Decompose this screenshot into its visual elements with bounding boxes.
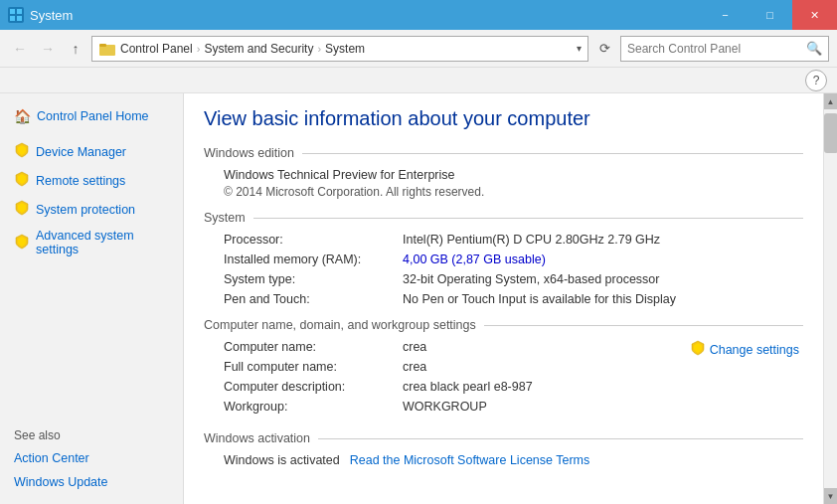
system-type-value: 32-bit Operating System, x64-based proce… [403, 272, 659, 286]
full-computer-name-label: Full computer name: [224, 360, 403, 374]
address-dropdown-btn[interactable]: ▾ [577, 43, 582, 54]
scrollbar-up-arrow[interactable]: ▲ [824, 93, 838, 109]
scrollbar-down-arrow[interactable]: ▼ [824, 488, 838, 504]
system-type-row: System type: 32-bit Operating System, x6… [224, 272, 803, 286]
computer-description-value: crea black pearl e8-987 [403, 380, 533, 394]
refresh-button[interactable]: ⟳ [592, 37, 616, 61]
shield-icon-2 [14, 171, 30, 190]
svg-rect-0 [10, 9, 15, 14]
edition-name: Windows Technical Preview for Enterprise [224, 168, 803, 182]
back-button[interactable]: ← [8, 37, 32, 61]
minimize-button[interactable]: − [703, 0, 748, 30]
computer-name-row: Computer name: crea [224, 340, 533, 354]
see-also-label: See also [0, 420, 183, 446]
window-controls: − □ ✕ [703, 0, 837, 30]
activation-row: Windows is activated Read the Microsoft … [224, 453, 803, 467]
scrollbar[interactable]: ▲ ▼ [823, 93, 837, 504]
address-bar: Control Panel › System and Security › Sy… [91, 36, 588, 62]
toolbar: ← → ↑ Control Panel › System and Securit… [0, 30, 837, 68]
windows-edition-header: Windows edition [204, 146, 302, 160]
svg-rect-3 [17, 16, 22, 21]
processor-label: Processor: [224, 233, 403, 247]
app-icon [8, 7, 24, 23]
change-settings-shield-icon [690, 340, 706, 359]
window-title: System [30, 8, 73, 23]
computer-description-row: Computer description: crea black pearl e… [224, 380, 533, 394]
pen-touch-row: Pen and Touch: No Pen or Touch Input is … [224, 292, 803, 306]
search-input[interactable] [627, 42, 806, 56]
forward-button[interactable]: → [36, 37, 60, 61]
sidebar-item-advanced-system-settings[interactable]: Advanced system settings [0, 224, 183, 261]
address-system[interactable]: System [325, 42, 365, 56]
computer-settings-section: Computer name, domain, and workgroup set… [204, 318, 803, 420]
windows-edition-section: Windows edition Windows Technical Previe… [204, 146, 803, 199]
main-container: 🏠 Control Panel Home Device Manager Remo… [0, 93, 837, 504]
home-icon: 🏠 [14, 108, 31, 124]
shield-icon-3 [14, 200, 30, 219]
ram-value: 4,00 GB (2,87 GB usable) [403, 252, 546, 266]
processor-value: Intel(R) Pentium(R) D CPU 2.80GHz 2.79 G… [403, 233, 660, 247]
up-button[interactable]: ↑ [64, 37, 87, 61]
pen-touch-value: No Pen or Touch Input is available for t… [403, 292, 676, 306]
search-box: 🔍 [620, 36, 829, 62]
sidebar-windows-update[interactable]: Windows Update [0, 470, 183, 494]
workgroup-row: Workgroup: WORKGROUP [224, 400, 533, 414]
page-title: View basic information about your comput… [204, 107, 803, 130]
processor-row: Processor: Intel(R) Pentium(R) D CPU 2.8… [224, 233, 803, 247]
sidebar-action-center[interactable]: Action Center [0, 446, 183, 470]
computer-name-value: crea [403, 340, 426, 354]
folder-icon [98, 40, 116, 58]
computer-description-label: Computer description: [224, 380, 403, 394]
activation-section: Windows activation Windows is activated … [204, 431, 803, 467]
sidebar: 🏠 Control Panel Home Device Manager Remo… [0, 93, 184, 504]
full-computer-name-value: crea [403, 360, 426, 374]
change-settings-link[interactable]: Change settings [690, 340, 799, 359]
svg-rect-2 [10, 16, 15, 21]
pen-touch-label: Pen and Touch: [224, 292, 403, 306]
ram-label: Installed memory (RAM): [224, 252, 403, 266]
scrollbar-track [824, 109, 838, 488]
workgroup-value: WORKGROUP [403, 400, 487, 414]
computer-name-label: Computer name: [224, 340, 403, 354]
copyright-text: © 2014 Microsoft Corporation. All rights… [224, 185, 803, 199]
close-button[interactable]: ✕ [792, 0, 837, 30]
computer-settings-header: Computer name, domain, and workgroup set… [204, 318, 484, 332]
address-control-panel[interactable]: Control Panel [120, 42, 193, 56]
sidebar-item-device-manager[interactable]: Device Manager [0, 137, 183, 166]
maximize-button[interactable]: □ [748, 0, 792, 30]
shield-icon-1 [14, 142, 30, 161]
activation-section-header: Windows activation [204, 431, 318, 445]
scrollbar-thumb[interactable] [824, 113, 838, 153]
sidebar-item-system-protection[interactable]: System protection [0, 195, 183, 224]
system-section: System Processor: Intel(R) Pentium(R) D … [204, 211, 803, 306]
titlebar-left: System [8, 7, 73, 23]
sidebar-item-remote-settings[interactable]: Remote settings [0, 166, 183, 195]
workgroup-label: Workgroup: [224, 400, 403, 414]
search-icon[interactable]: 🔍 [806, 41, 822, 56]
help-row: ? [0, 68, 837, 93]
shield-icon-4 [14, 234, 30, 252]
sidebar-control-panel-home[interactable]: 🏠 Control Panel Home [0, 103, 183, 129]
address-system-security[interactable]: System and Security [204, 42, 313, 56]
help-button[interactable]: ? [805, 70, 827, 91]
svg-rect-5 [99, 44, 106, 47]
content-area: View basic information about your comput… [184, 93, 823, 504]
svg-rect-1 [17, 9, 22, 14]
full-computer-name-row: Full computer name: crea [224, 360, 533, 374]
ram-row: Installed memory (RAM): 4,00 GB (2,87 GB… [224, 252, 803, 266]
titlebar: System − □ ✕ [0, 0, 837, 30]
system-type-label: System type: [224, 272, 403, 286]
activation-license-link[interactable]: Read the Microsoft Software License Term… [350, 453, 590, 467]
system-section-header: System [204, 211, 253, 225]
activation-status: Windows is activated [224, 453, 340, 467]
